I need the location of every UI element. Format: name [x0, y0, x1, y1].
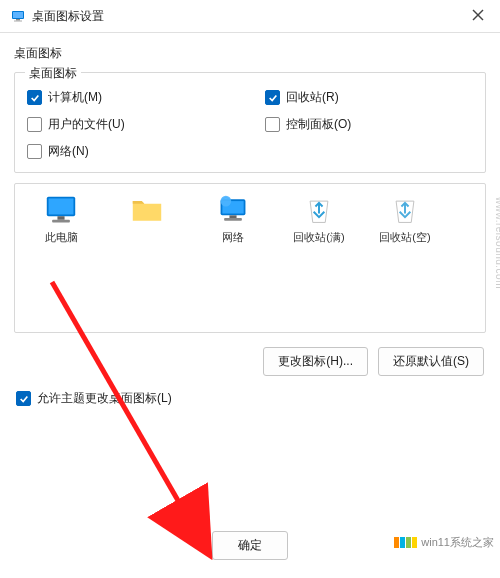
window-title: 桌面图标设置 — [32, 8, 104, 25]
checkbox-recycle[interactable]: 回收站(R) — [265, 89, 473, 106]
svg-rect-9 — [52, 220, 70, 223]
close-button[interactable] — [466, 6, 490, 26]
svg-rect-14 — [224, 218, 242, 221]
watermark: win11系统之家 — [394, 535, 494, 550]
svg-rect-2 — [16, 19, 20, 21]
icon-item-network[interactable]: 网络 — [195, 194, 271, 245]
checkbox-network[interactable]: 网络(N) — [27, 143, 235, 160]
checkbox-controlpanel[interactable]: 控制面板(O) — [265, 116, 473, 133]
close-icon — [472, 9, 484, 21]
checkbox-label: 网络(N) — [48, 143, 89, 160]
watermark-side: www.relsound.com — [495, 197, 501, 289]
checkbox-box — [265, 117, 280, 132]
content-area: 桌面图标 桌面图标 计算机(M) 回收站(R) 用户的文件(U) — [0, 33, 500, 411]
checkbox-box — [27, 144, 42, 159]
icon-item-recycle-full[interactable]: 回收站(满) — [281, 194, 357, 245]
icon-item-thispc[interactable]: 此电脑 — [23, 194, 99, 245]
ok-button[interactable]: 确定 — [212, 531, 288, 560]
icon-label: 回收站(满) — [293, 230, 344, 245]
recycle-full-icon — [301, 194, 337, 226]
svg-rect-1 — [13, 12, 23, 18]
desktop-icons-group: 桌面图标 计算机(M) 回收站(R) 用户的文件(U) 控制面板(O — [14, 72, 486, 173]
theme-checkbox-label: 允许主题更改桌面图标(L) — [37, 390, 172, 407]
watermark-text: win11系统之家 — [421, 535, 494, 550]
svg-rect-3 — [14, 21, 22, 22]
monitor-icon — [43, 194, 79, 226]
checkbox-box — [16, 391, 31, 406]
folder-icon — [129, 194, 165, 226]
checkbox-userfiles[interactable]: 用户的文件(U) — [27, 116, 235, 133]
svg-rect-7 — [49, 198, 74, 214]
checkbox-computer[interactable]: 计算机(M) — [27, 89, 235, 106]
app-icon — [10, 8, 26, 24]
checkbox-label: 控制面板(O) — [286, 116, 351, 133]
titlebar: 桌面图标设置 — [0, 0, 500, 33]
checkbox-label: 计算机(M) — [48, 89, 102, 106]
restore-default-button[interactable]: 还原默认值(S) — [378, 347, 484, 376]
section-label: 桌面图标 — [14, 45, 486, 62]
svg-rect-8 — [57, 216, 64, 220]
checkbox-label: 用户的文件(U) — [48, 116, 125, 133]
checkbox-label: 回收站(R) — [286, 89, 339, 106]
network-icon — [215, 194, 251, 226]
theme-checkbox[interactable]: 允许主题更改桌面图标(L) — [14, 386, 486, 411]
icon-preview-box: 此电脑 网络 — [14, 183, 486, 333]
watermark-logo — [394, 537, 417, 548]
group-title: 桌面图标 — [25, 65, 81, 82]
icon-label: 网络 — [222, 230, 244, 245]
icon-item-recycle-empty[interactable]: 回收站(空) — [367, 194, 443, 245]
icon-label: 此电脑 — [45, 230, 78, 245]
check-icon — [19, 394, 29, 404]
change-icon-button[interactable]: 更改图标(H)... — [263, 347, 368, 376]
checkbox-box — [27, 117, 42, 132]
check-icon — [268, 93, 278, 103]
svg-rect-13 — [229, 215, 236, 218]
icon-button-row: 更改图标(H)... 还原默认值(S) — [14, 341, 486, 386]
check-icon — [30, 93, 40, 103]
checkbox-grid: 计算机(M) 回收站(R) 用户的文件(U) 控制面板(O) 网络(N) — [27, 83, 473, 160]
icon-label: 回收站(空) — [379, 230, 430, 245]
recycle-empty-icon — [387, 194, 423, 226]
checkbox-box — [27, 90, 42, 105]
icon-item-folder[interactable] — [109, 194, 185, 230]
checkbox-box — [265, 90, 280, 105]
